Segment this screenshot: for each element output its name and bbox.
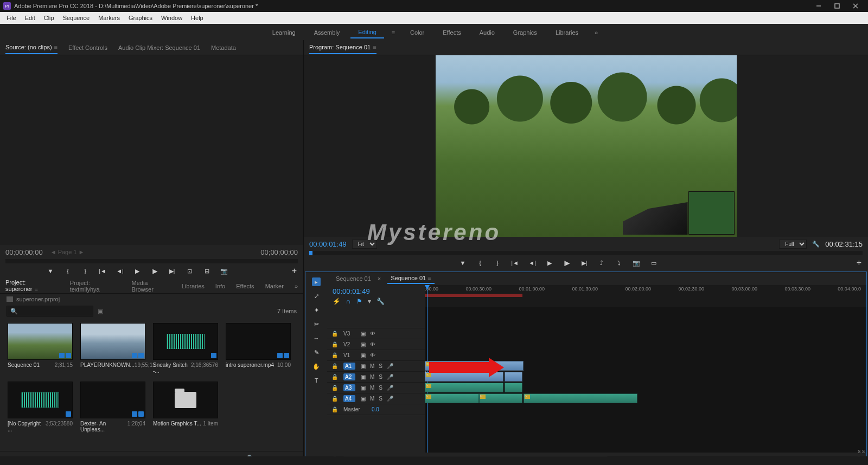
grid-item[interactable]: Sneaky Snitch -...2;16;36576	[153, 323, 218, 374]
zoom-select[interactable]: Fit	[352, 240, 377, 249]
comparison-icon[interactable]: ▭	[649, 258, 659, 268]
close-button[interactable]	[846, 0, 865, 12]
tab-project2[interactable]: Project: textmilyhya	[70, 277, 121, 295]
track-a1[interactable]: 🔒A1▣MS🎤	[327, 361, 425, 372]
tab-project[interactable]: Project: superoner≡	[5, 276, 59, 296]
tab-metadata[interactable]: Metadata	[211, 42, 236, 54]
go-to-out-icon[interactable]: ▶|	[167, 266, 177, 276]
marker-icon[interactable]: ⚑	[356, 298, 362, 305]
menu-markers[interactable]: Markers	[94, 13, 124, 23]
grid-item[interactable]: intro superoner.mp410;00	[226, 323, 291, 374]
workspace-color[interactable]: Color	[403, 27, 432, 38]
search-input[interactable]	[7, 306, 93, 317]
tab-libraries[interactable]: Libraries	[182, 280, 205, 292]
track-select-tool-icon[interactable]: ⤢	[312, 292, 321, 300]
mark-in-icon[interactable]: {	[475, 258, 485, 268]
grid-item[interactable]: PLAYERUNKNOWN...19;55;13	[80, 323, 145, 374]
workspace-learning[interactable]: Learning	[265, 27, 303, 38]
tab-program[interactable]: Program: Sequence 01≡	[309, 41, 376, 54]
audio-clip[interactable]: fx	[425, 383, 503, 392]
playhead-icon[interactable]	[427, 285, 427, 307]
mark-out-icon[interactable]: }	[493, 258, 502, 268]
tabs-overflow-icon[interactable]: »	[295, 283, 298, 289]
export-frame-icon[interactable]: 📷	[219, 266, 229, 276]
grid-item[interactable]: Sequence 012;31;15	[8, 323, 73, 374]
audio-clip[interactable]: fx	[425, 393, 479, 403]
video-clip[interactable]: fx	[425, 372, 503, 382]
track-a3[interactable]: 🔒A3▣MS🎤	[327, 383, 425, 393]
audio-clip[interactable]	[505, 383, 522, 392]
menu-help[interactable]: Help	[187, 13, 208, 23]
timeline-tc[interactable]: 00:00:01:49	[333, 287, 419, 295]
tab-effects[interactable]: Effects	[236, 280, 254, 292]
menu-window[interactable]: Window	[157, 13, 187, 23]
go-to-out-icon[interactable]: ▶|	[579, 258, 589, 268]
go-to-in-icon[interactable]: |◄	[98, 266, 107, 276]
program-scrub-bar[interactable]	[309, 251, 863, 255]
source-scrub-bar[interactable]	[5, 259, 298, 263]
tab-media-browser[interactable]: Media Browser	[131, 277, 170, 295]
play-icon[interactable]: ▶	[545, 258, 554, 268]
button-editor-icon[interactable]: +	[857, 258, 861, 268]
snap-icon[interactable]: ⚡	[333, 298, 341, 305]
filter-bin-icon[interactable]: ▣	[98, 308, 103, 315]
track-area[interactable]: fx fx fx fx fx fx 1	[425, 307, 866, 453]
add-marker-icon[interactable]: ▼	[46, 266, 55, 276]
work-area-bar[interactable]	[425, 294, 522, 297]
workspace-assembly[interactable]: Assembly	[307, 27, 348, 38]
menu-edit[interactable]: Edit	[21, 13, 40, 23]
track-a4[interactable]: 🔒A4▣MS🎤	[327, 393, 425, 404]
selection-tool-icon[interactable]: ▸	[312, 277, 321, 286]
menu-file[interactable]: File	[2, 13, 21, 23]
workspace-overflow-icon[interactable]: »	[589, 29, 603, 36]
audio-clip[interactable]: fx	[524, 393, 637, 403]
video-clip[interactable]: fx	[425, 361, 524, 371]
type-tool-icon[interactable]: T	[312, 376, 321, 385]
close-tab-icon[interactable]: ×	[378, 275, 381, 282]
slip-tool-icon[interactable]: ↔	[312, 334, 321, 343]
step-back-icon[interactable]: ◄|	[527, 258, 537, 268]
timeline-tab-active[interactable]: Sequence 01 ≡	[387, 273, 434, 284]
step-forward-icon[interactable]: |▶	[562, 258, 572, 268]
tab-effect-controls[interactable]: Effect Controls	[68, 42, 107, 54]
resolution-select[interactable]: Full	[779, 240, 807, 249]
hand-tool-icon[interactable]: ✋	[312, 362, 321, 371]
program-tc-left[interactable]: 00:00:01:49	[309, 240, 347, 248]
audio-clip[interactable]: fx	[479, 393, 522, 403]
button-editor-icon[interactable]: +	[292, 266, 297, 276]
track-a2[interactable]: 🔒A2▣MS🎤	[327, 372, 425, 383]
workspace-effects[interactable]: Effects	[435, 27, 468, 38]
menu-graphics[interactable]: Graphics	[124, 13, 157, 23]
menu-clip[interactable]: Clip	[40, 13, 59, 23]
play-icon[interactable]: ▶	[132, 266, 142, 276]
workspace-libraries[interactable]: Libraries	[548, 27, 586, 38]
mark-in-icon[interactable]: {	[63, 266, 73, 276]
settings-icon[interactable]: 🔧	[812, 241, 820, 248]
pen-tool-icon[interactable]: ✎	[312, 348, 321, 357]
track-v2[interactable]: 🔒V2▣👁	[327, 339, 425, 350]
timeline-tab[interactable]: Sequence 01	[333, 274, 374, 283]
workspace-audio[interactable]: Audio	[472, 27, 502, 38]
grid-item[interactable]: Dexter- An Unpleas...1;28;04	[80, 382, 145, 432]
timeline-ruler[interactable]: :00:0000:00:30:0000:01:00:00 00:01:30:00…	[425, 285, 866, 307]
export-frame-icon[interactable]: 📷	[631, 258, 641, 268]
extract-icon[interactable]: ⤵	[614, 258, 624, 268]
lift-icon[interactable]: ⤴	[597, 258, 607, 268]
workspace-menu-icon[interactable]: ≡	[387, 29, 399, 36]
track-v3[interactable]: 🔒V3▣👁	[327, 328, 425, 339]
tab-audio-mixer[interactable]: Audio Clip Mixer: Sequence 01	[118, 42, 200, 54]
grid-item[interactable]: [No Copyright ...3;53;23580	[8, 382, 73, 432]
step-back-icon[interactable]: ◄|	[115, 266, 125, 276]
minimize-button[interactable]	[809, 0, 828, 12]
razor-tool-icon[interactable]: ✂	[312, 320, 321, 328]
go-to-in-icon[interactable]: |◄	[510, 258, 520, 268]
workspace-editing[interactable]: Editing	[350, 27, 384, 38]
video-clip[interactable]	[505, 372, 522, 382]
ripple-tool-icon[interactable]: ✦	[312, 306, 321, 314]
menu-sequence[interactable]: Sequence	[59, 13, 94, 23]
grid-item[interactable]: Motion Graphics T...1 Item	[153, 382, 218, 432]
track-v1[interactable]: 🔒V1▣👁	[327, 350, 425, 361]
track-master[interactable]: 🔒Master0.0	[327, 404, 425, 415]
insert-icon[interactable]: ⊡	[184, 266, 194, 276]
linked-sel-icon[interactable]: ∩	[346, 298, 351, 305]
